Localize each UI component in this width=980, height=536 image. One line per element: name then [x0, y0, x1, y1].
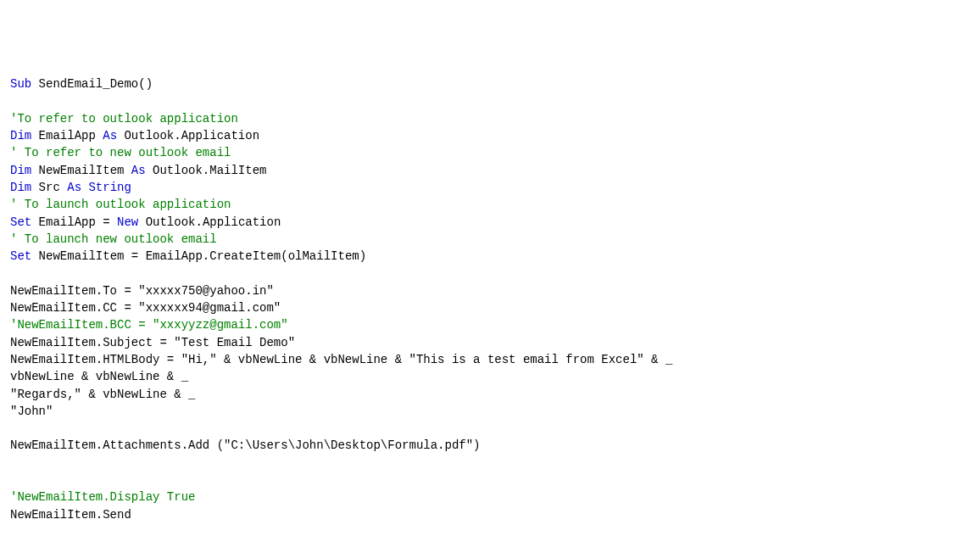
code-text: NewEmailItem.HTMLBody = "Hi," & vbNewLin… — [10, 353, 672, 366]
code-text: "Regards," & vbNewLine & _ — [10, 388, 195, 401]
keyword-text: As String — [67, 181, 131, 194]
code-text: "John" — [10, 405, 53, 418]
code-text: NewEmailItem.Attachments.Add ("C:\Users\… — [10, 438, 481, 452]
code-text: vbNewLine & vbNewLine & _ — [10, 370, 188, 383]
code-line — [10, 92, 970, 109]
code-line — [10, 472, 970, 489]
keyword-text: Dim — [10, 164, 31, 177]
code-line: Sub SendEmail_Demo() — [10, 75, 970, 92]
code-line: 'To refer to outlook application — [10, 110, 970, 127]
code-text: Src — [31, 181, 67, 194]
code-text: NewEmailItem — [31, 164, 131, 177]
keyword-text: Set — [10, 249, 31, 263]
code-text: EmailApp = — [31, 215, 117, 229]
code-line: ' To refer to new outlook email — [10, 144, 970, 161]
keyword-text: Set — [10, 215, 31, 229]
code-line: 'NewEmailItem.Display True — [10, 489, 970, 505]
code-line: NewEmailItem.To = "xxxxx750@yahoo.in" — [10, 282, 970, 299]
code-line: ' To launch outlook application — [10, 196, 970, 213]
code-text: NewEmailItem = EmailApp.CreateItem(olMai… — [31, 249, 366, 263]
code-text: SendEmail_Demo() — [31, 77, 153, 91]
code-line: Set EmailApp = New Outlook.Application — [10, 214, 970, 231]
code-text: EmailApp — [31, 129, 103, 142]
code-line: NewEmailItem.CC = "xxxxxx94@gmail.com" — [10, 299, 970, 316]
code-line: NewEmailItem.Attachments.Add ("C:\Users\… — [10, 437, 970, 454]
code-text: Outlook.Application — [117, 129, 259, 142]
code-text: NewEmailItem.Subject = "Test Email Demo" — [10, 336, 295, 349]
keyword-text: As — [103, 129, 117, 142]
code-line — [10, 420, 970, 437]
code-line: Set NewEmailItem = EmailApp.CreateItem(o… — [10, 248, 970, 265]
comment-text: ' To launch outlook application — [10, 198, 231, 211]
code-line — [10, 455, 970, 472]
code-line: Dim Src As String — [10, 179, 970, 196]
keyword-text: Sub — [10, 77, 31, 91]
code-line — [10, 523, 970, 536]
keyword-text: Dim — [10, 129, 31, 142]
keyword-text: Dim — [10, 181, 31, 194]
keyword-text: As — [131, 164, 146, 177]
comment-text: 'To refer to outlook application — [10, 112, 238, 126]
code-text: NewEmailItem.Send — [10, 508, 131, 522]
code-line: 'NewEmailItem.BCC = "xxxyyzz@gmail.com" — [10, 316, 970, 333]
comment-text: ' To refer to new outlook email — [10, 146, 231, 159]
code-line — [10, 265, 970, 282]
code-text: Outlook.Application — [138, 215, 281, 229]
comment-text: 'NewEmailItem.BCC = "xxxyyzz@gmail.com" — [10, 318, 288, 332]
comment-text: 'NewEmailItem.Display True — [10, 490, 195, 504]
code-line: Dim EmailApp As Outlook.Application — [10, 127, 970, 144]
code-text: NewEmailItem.CC = "xxxxxx94@gmail.com" — [10, 301, 281, 315]
vba-code-block: Sub SendEmail_Demo() 'To refer to outloo… — [10, 75, 970, 536]
code-text: NewEmailItem.To = "xxxxx750@yahoo.in" — [10, 284, 274, 298]
code-line: Dim NewEmailItem As Outlook.MailItem — [10, 162, 970, 179]
code-line: vbNewLine & vbNewLine & _ — [10, 368, 970, 385]
code-line: ' To launch new outlook email — [10, 231, 970, 248]
code-line: "Regards," & vbNewLine & _ — [10, 386, 970, 403]
code-line: NewEmailItem.Subject = "Test Email Demo" — [10, 334, 970, 351]
code-text: Outlook.MailItem — [146, 164, 267, 177]
code-line: "John" — [10, 403, 970, 420]
comment-text: ' To launch new outlook email — [10, 232, 217, 246]
code-line: NewEmailItem.HTMLBody = "Hi," & vbNewLin… — [10, 351, 970, 368]
keyword-text: New — [117, 215, 138, 229]
code-line: NewEmailItem.Send — [10, 506, 970, 523]
